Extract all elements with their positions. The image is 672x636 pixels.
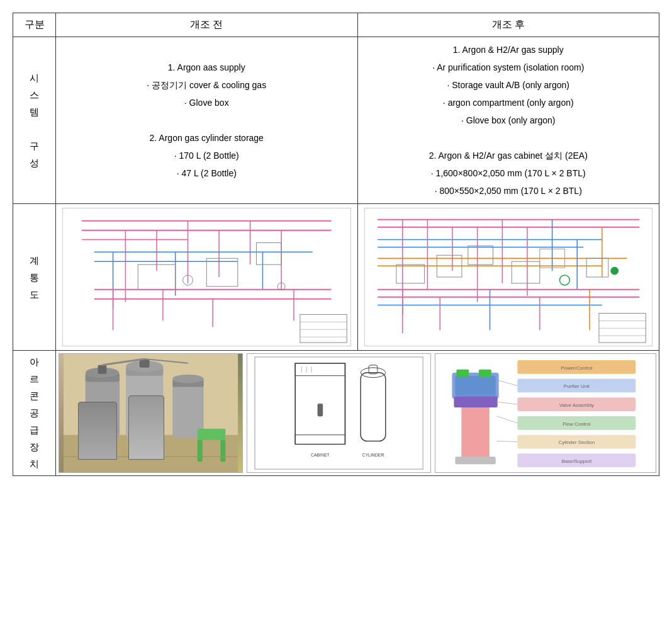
after-line1: 1. Argon & H2/Ar gas supply [364, 41, 653, 59]
after-system-content: 1. Argon & H2/Ar gas supply · Ar purific… [357, 37, 659, 204]
after-diagram-cell [357, 204, 659, 351]
after-line6: 2. Argon & H2/Ar gas cabinet 설치 (2EA) [364, 147, 653, 164]
exploded-svg: Power/Control Purifier Unit Valve Assemb… [435, 354, 656, 472]
svg-point-79 [172, 375, 203, 383]
before-diagram-svg [63, 208, 350, 346]
svg-rect-92 [318, 404, 323, 416]
svg-text:Valve Assembly: Valve Assembly [559, 402, 594, 408]
before-diagram [62, 208, 351, 346]
svg-text:CYLINDER: CYLINDER [362, 453, 384, 457]
after-line4: · argon compartment (only argon) [364, 94, 653, 111]
diagram-label: 계 통 도 [13, 204, 56, 351]
svg-text:Power/Control: Power/Control [561, 365, 593, 371]
svg-rect-69 [86, 373, 120, 438]
before-diagram-cell [56, 204, 358, 351]
svg-rect-83 [198, 429, 226, 436]
svg-rect-30 [365, 208, 652, 346]
svg-rect-111 [456, 457, 496, 464]
svg-text:Cylinder Section: Cylinder Section [559, 440, 595, 445]
svg-rect-108 [457, 370, 469, 377]
before-line3: · Glove box [62, 94, 351, 111]
after-line3: · Storage vault A/B (only argon) [364, 76, 653, 94]
header-row: 구분 개조 전 개조 후 [13, 13, 659, 37]
svg-text:Purifier Unit: Purifier Unit [564, 383, 590, 389]
schematic-svg: CABINET CYLINDER [247, 354, 430, 472]
after-line2: · Ar purification system (isolation room… [364, 59, 653, 76]
after-line7: · 1,600×800×2,050 mm (170 L × 2 BTL) [364, 164, 653, 182]
header-col1: 개조 전 [56, 13, 358, 37]
header-col0: 구분 [13, 13, 56, 37]
header-col2: 개조 후 [357, 13, 659, 37]
svg-text:Flow Control: Flow Control [563, 421, 591, 427]
after-line8: · 800×550×2,050 mm (170 L × 2 BTL) [364, 182, 653, 200]
svg-rect-109 [479, 370, 491, 377]
system-label: 시 스 템 구 성 [13, 37, 56, 204]
svg-rect-82 [220, 440, 225, 462]
supply-row: 아 르 콘 공 급 장 치 [13, 351, 659, 476]
svg-text:CABINET: CABINET [311, 453, 330, 457]
svg-text:Base/Support: Base/Support [562, 458, 593, 464]
system-row: 시 스 템 구 성 1. Argon aas supply · 공정기기 cov… [13, 37, 659, 204]
cylinder-photo-svg [59, 354, 242, 472]
schematic-container: CABINET CYLINDER [247, 353, 431, 473]
supply-label: 아 르 콘 공 급 장 치 [13, 351, 56, 476]
comparison-table: 구분 개조 전 개조 후 시 스 템 구 성 1. Argon aas supp… [13, 13, 659, 476]
after-diagram [364, 208, 653, 346]
before-line6: · 47 L (2 Bottle) [62, 164, 351, 182]
svg-rect-67 [64, 435, 238, 472]
svg-point-61 [610, 267, 618, 275]
after-diagram-svg [365, 208, 652, 346]
svg-rect-107 [456, 376, 496, 396]
supply-images-cell: CABINET CYLINDER [56, 351, 659, 476]
before-line5: · 170 L (2 Bottle) [62, 147, 351, 164]
after-line5: · Glove box (only argon) [364, 111, 653, 129]
svg-rect-73 [126, 366, 163, 438]
svg-rect-72 [98, 365, 106, 374]
cylinder-photo [59, 353, 243, 473]
cylinder-photo-container [59, 353, 243, 473]
svg-rect-87 [252, 354, 426, 472]
exploded-diagram: Power/Control Purifier Unit Valve Assemb… [435, 353, 656, 473]
before-system-content: 1. Argon aas supply · 공정기기 cover & cooli… [56, 37, 358, 204]
before-line4: 2. Argon gas cylinder storage [62, 129, 351, 147]
svg-rect-81 [198, 440, 203, 462]
schematic-drawing: CABINET CYLINDER [247, 353, 431, 473]
exploded-container: Power/Control Purifier Unit Valve Assemb… [435, 353, 656, 473]
before-line1: 1. Argon aas supply [62, 59, 351, 76]
svg-rect-110 [454, 396, 498, 407]
before-line2: · 공정기기 cover & cooling gas [62, 76, 351, 94]
supply-images-container: CABINET CYLINDER [59, 353, 656, 473]
diagram-row: 계 통 도 [13, 204, 659, 351]
